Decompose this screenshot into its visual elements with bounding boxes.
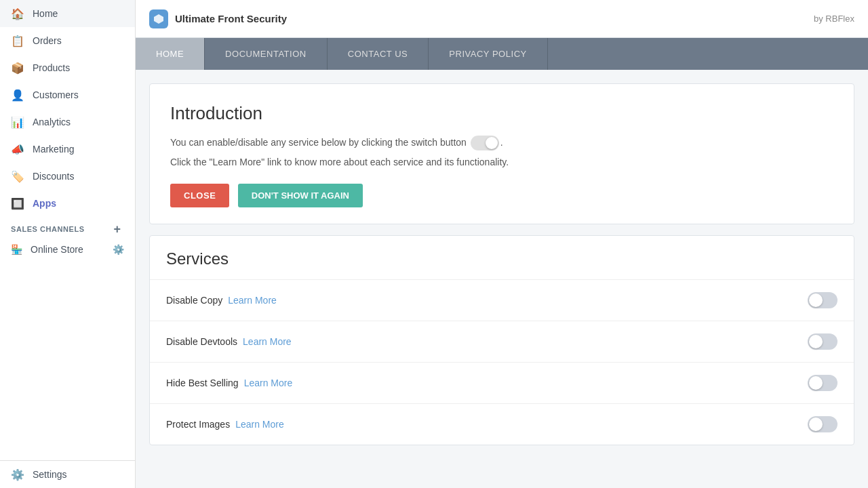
- sidebar-label-apps: Apps: [33, 198, 56, 209]
- sidebar-item-products[interactable]: 📦 Products: [0, 54, 135, 81]
- app-logo-icon: [149, 9, 168, 28]
- orders-icon: 📋: [11, 34, 24, 47]
- sidebar-label-marketing: Marketing: [33, 144, 74, 155]
- sidebar-label-settings: Settings: [33, 469, 67, 480]
- online-store-left: 🏪 Online Store: [11, 244, 83, 255]
- hide-best-selling-text: Hide Best Selling: [166, 378, 239, 388]
- service-row-disable-devtools: Disable Devtools Learn More: [150, 321, 854, 362]
- sidebar-nav: 🏠 Home 📋 Orders 📦 Products 👤 Customers 📊…: [0, 0, 135, 217]
- intro-card: Introduction You can enable/disable any …: [149, 83, 854, 224]
- svg-marker-0: [154, 14, 163, 24]
- services-card: Services Disable Copy Learn More Disable…: [149, 235, 854, 445]
- service-row-hide-best-selling: Hide Best Selling Learn More: [150, 362, 854, 403]
- hide-best-selling-label: Hide Best Selling Learn More: [166, 378, 292, 388]
- disable-copy-label: Disable Copy Learn More: [166, 295, 277, 306]
- analytics-icon: 📊: [11, 115, 24, 129]
- sidebar-item-discounts[interactable]: 🏷️ Discounts: [0, 163, 135, 190]
- sidebar-label-products: Products: [33, 62, 70, 73]
- settings-icon: ⚙️: [11, 468, 24, 481]
- disable-copy-text: Disable Copy: [166, 295, 222, 306]
- tab-home[interactable]: HOME: [136, 38, 205, 70]
- online-store-icon: 🏪: [11, 244, 22, 255]
- sidebar-item-orders[interactable]: 📋 Orders: [0, 27, 135, 54]
- sidebar-item-online-store[interactable]: 🏪 Online Store ⚙️: [0, 239, 135, 260]
- disable-copy-toggle[interactable]: [808, 292, 837, 308]
- sidebar-label-analytics: Analytics: [33, 117, 71, 127]
- disable-copy-learn-more[interactable]: Learn More: [228, 295, 277, 306]
- sidebar-item-customers[interactable]: 👤 Customers: [0, 81, 135, 108]
- sales-channels-header: SALES CHANNELS +: [0, 217, 135, 239]
- hide-best-selling-learn-more[interactable]: Learn More: [244, 378, 293, 388]
- tab-contact-us[interactable]: CONTACT US: [328, 38, 429, 70]
- sidebar-item-analytics[interactable]: 📊 Analytics: [0, 108, 135, 136]
- service-row-disable-copy: Disable Copy Learn More: [150, 279, 854, 321]
- sidebar-item-home[interactable]: 🏠 Home: [0, 0, 135, 27]
- sales-channels-label: SALES CHANNELS: [11, 225, 85, 233]
- content-area: Introduction You can enable/disable any …: [136, 70, 868, 488]
- online-store-label: Online Store: [31, 244, 83, 255]
- disable-devtools-learn-more[interactable]: Learn More: [243, 336, 292, 347]
- sidebar-label-orders: Orders: [33, 35, 62, 46]
- intro-text-1: You can enable/disable any service below…: [170, 135, 833, 150]
- discounts-icon: 🏷️: [11, 169, 24, 183]
- app-by-label: by RBFlex: [814, 14, 854, 24]
- protect-images-toggle[interactable]: [808, 416, 837, 432]
- close-button[interactable]: CLOSE: [170, 184, 229, 207]
- sidebar-item-settings[interactable]: ⚙️ Settings: [0, 461, 135, 488]
- apps-icon: 🔲: [11, 197, 24, 210]
- dont-show-button[interactable]: DON'T SHOW IT AGAIN: [238, 184, 363, 207]
- products-icon: 📦: [11, 61, 24, 75]
- sidebar: 🏠 Home 📋 Orders 📦 Products 👤 Customers 📊…: [0, 0, 136, 488]
- protect-images-text: Protect Images: [166, 419, 230, 430]
- intro-text-2: Click the "Learn More" link to know more…: [170, 155, 833, 169]
- app-title: Ultimate Front Security: [175, 13, 287, 24]
- app-header: Ultimate Front Security by RBFlex: [136, 0, 868, 38]
- sidebar-label-home: Home: [33, 8, 58, 19]
- example-toggle: [471, 136, 499, 150]
- sidebar-bottom: ⚙️ Settings: [0, 460, 135, 488]
- tab-privacy-policy[interactable]: PRIVACY POLICY: [429, 38, 547, 70]
- main-area: Ultimate Front Security by RBFlex HOME D…: [136, 0, 868, 488]
- disable-devtools-label: Disable Devtools Learn More: [166, 336, 292, 347]
- nav-tabs: HOME DOCUMENTATION CONTACT US PRIVACY PO…: [136, 38, 868, 70]
- service-row-protect-images: Protect Images Learn More: [150, 403, 854, 445]
- sidebar-label-discounts: Discounts: [33, 171, 74, 182]
- add-sales-channel-button[interactable]: +: [111, 222, 124, 236]
- marketing-icon: 📣: [11, 142, 24, 156]
- intro-title: Introduction: [170, 103, 833, 124]
- intro-buttons: CLOSE DON'T SHOW IT AGAIN: [170, 184, 833, 207]
- home-icon: 🏠: [11, 7, 24, 20]
- tab-documentation[interactable]: DOCUMENTATION: [205, 38, 328, 70]
- protect-images-label: Protect Images Learn More: [166, 419, 284, 430]
- disable-devtools-text: Disable Devtools: [166, 336, 237, 347]
- customers-icon: 👤: [11, 88, 24, 102]
- intro-text-1-content: You can enable/disable any service below…: [170, 137, 467, 148]
- app-title-area: Ultimate Front Security: [149, 9, 287, 28]
- sidebar-item-apps[interactable]: 🔲 Apps: [0, 190, 135, 217]
- sidebar-item-marketing[interactable]: 📣 Marketing: [0, 136, 135, 163]
- online-store-gear-icon[interactable]: ⚙️: [113, 244, 124, 255]
- protect-images-learn-more[interactable]: Learn More: [235, 419, 284, 430]
- services-title: Services: [150, 236, 854, 279]
- hide-best-selling-toggle[interactable]: [808, 375, 837, 391]
- sidebar-label-customers: Customers: [33, 89, 79, 100]
- disable-devtools-toggle[interactable]: [808, 333, 837, 350]
